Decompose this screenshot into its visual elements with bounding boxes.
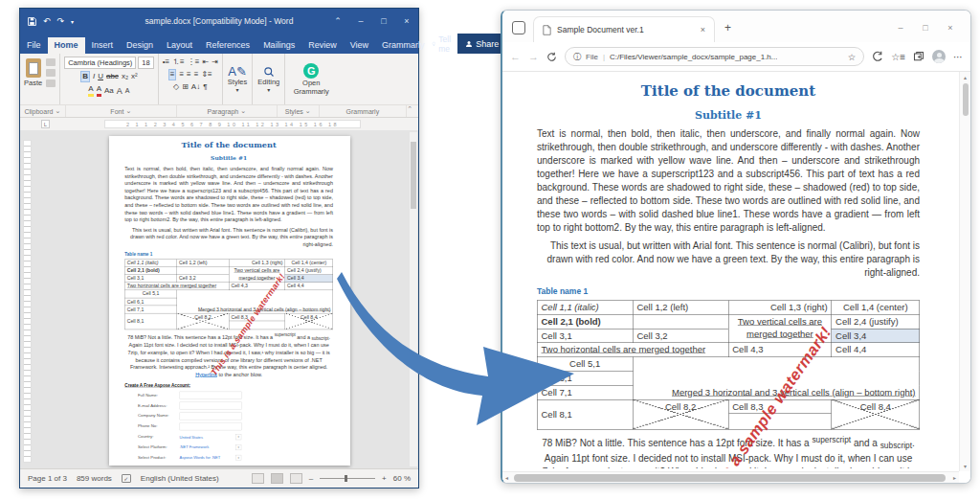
undo-icon[interactable]: ↶ (43, 16, 51, 26)
copy-icon[interactable] (46, 69, 56, 77)
tab-selector[interactable]: L (41, 120, 50, 128)
align-right-icon[interactable]: ≡ (187, 70, 191, 80)
font-size-select[interactable]: 18 (138, 57, 153, 69)
full-name-input[interactable] (179, 391, 241, 398)
decrease-indent-icon[interactable]: ⇤ (202, 57, 209, 67)
bullets-icon[interactable]: •≡ (163, 57, 169, 67)
page-indicator[interactable]: Page 1 of 3 (28, 474, 67, 483)
justify-icon[interactable]: ≡ (194, 70, 199, 80)
dialog-launcher-icon[interactable]: ⌄ (125, 107, 131, 115)
text-highlight-button[interactable]: A (88, 84, 93, 97)
collections-icon[interactable] (913, 51, 924, 62)
tab-insert[interactable]: Insert (85, 37, 121, 54)
product-select[interactable]: Aspose.Words for .NET (179, 455, 231, 461)
platform-select[interactable]: .NET Framework (179, 444, 231, 450)
sort-icon[interactable]: A↓ (191, 82, 200, 92)
italic-button[interactable]: I (93, 72, 95, 81)
align-center-icon[interactable]: ≡ (179, 70, 184, 80)
back-icon[interactable]: ← (510, 51, 521, 62)
scroll-down-icon[interactable]: ▾ (960, 463, 970, 469)
grow-font-button[interactable]: A (117, 86, 122, 96)
scroll-up-icon[interactable]: ▴ (960, 74, 970, 80)
zoom-slider-thumb[interactable] (345, 475, 347, 482)
browser-essentials-icon[interactable] (872, 51, 883, 62)
new-tab-button[interactable]: + (724, 21, 731, 34)
chevron-down-icon[interactable]: ▾ (235, 444, 241, 450)
increase-indent-icon[interactable]: ⇥ (212, 57, 218, 67)
refresh-icon[interactable] (546, 52, 557, 62)
browser-tab[interactable]: Sample Document ver.1 × (533, 16, 715, 42)
tab-grammarly[interactable]: Grammarly (375, 37, 432, 54)
line-spacing-icon[interactable]: ⇕≡ (201, 70, 212, 80)
chevron-down-icon[interactable]: ▾ (235, 434, 241, 440)
minimize-icon[interactable]: – (888, 23, 913, 33)
tab-home[interactable]: Home (48, 37, 85, 54)
minimize-icon[interactable]: – (349, 16, 372, 26)
close-icon[interactable]: × (395, 16, 418, 26)
word-scrollbar[interactable] (410, 132, 417, 466)
scroll-right-icon[interactable]: ▸ (953, 474, 956, 481)
forward-icon[interactable]: → (528, 51, 539, 62)
cut-icon[interactable] (46, 58, 56, 66)
format-painter-icon[interactable] (46, 80, 56, 87)
font-color-button[interactable]: A (97, 84, 101, 97)
maximize-icon[interactable]: □ (372, 16, 395, 26)
redo-icon[interactable]: ↷ (57, 16, 65, 26)
tab-mailings[interactable]: Mailings (256, 37, 301, 54)
customize-qat-icon[interactable]: ▾ (71, 18, 74, 25)
editing-button[interactable]: Editing ▾ (252, 54, 284, 104)
scrollbar-thumb[interactable] (514, 474, 946, 482)
font-name-select[interactable]: Cambria (Headings) (64, 57, 136, 69)
address-bar[interactable]: ⓘ File | C:/Files/Viewer/sample_docx/sam… (565, 47, 864, 66)
pilcrow-icon[interactable]: ¶ (203, 82, 207, 92)
zoom-in-button[interactable]: + (382, 474, 387, 483)
save-icon[interactable] (28, 17, 36, 26)
tab-design[interactable]: Design (120, 37, 160, 54)
tab-file[interactable]: File (20, 37, 48, 54)
tell-me-button[interactable]: Tell me (432, 34, 455, 54)
share-button[interactable]: Share (457, 34, 506, 54)
multilevel-list-icon[interactable]: ⋮≡ (188, 57, 200, 67)
dialog-launcher-icon[interactable]: ⌄ (305, 107, 311, 115)
change-case-button[interactable]: Aa (104, 86, 114, 96)
favorite-star-icon[interactable]: ☆ (848, 52, 857, 62)
collapse-ribbon-icon[interactable]: ⌃ (407, 105, 418, 117)
favorites-icon[interactable]: ☆≡ (891, 52, 905, 62)
styles-button[interactable]: A✎ Styles ▾ (223, 54, 252, 104)
paste-button[interactable]: Paste (24, 57, 42, 102)
close-icon[interactable]: × (938, 23, 963, 33)
ribbon-display-options-icon[interactable]: ⌃ (326, 16, 349, 26)
web-layout-icon[interactable] (290, 473, 302, 484)
rendered-document[interactable]: Title of the document Subtitle #1 Text i… (508, 74, 950, 468)
tab-layout[interactable]: Layout (160, 37, 199, 54)
info-icon[interactable]: ⓘ (573, 52, 581, 62)
profile-avatar[interactable] (932, 50, 946, 63)
settings-menu-icon[interactable]: ⋯ (953, 52, 963, 62)
print-layout-icon[interactable] (271, 473, 283, 484)
country-select[interactable]: United States (179, 434, 231, 440)
superscript-button[interactable]: x² (131, 72, 138, 81)
tab-actions-icon[interactable] (512, 21, 525, 34)
email-input[interactable] (179, 401, 241, 409)
numbering-icon[interactable]: ⒈≡ (172, 57, 185, 67)
vertical-ruler[interactable] (23, 140, 32, 463)
open-grammarly-button[interactable]: G Open Grammarly (284, 54, 337, 104)
horizontal-scrollbar[interactable]: ◂ ▸ (502, 471, 959, 483)
strikethrough-button[interactable]: abc (106, 72, 119, 81)
maximize-icon[interactable]: □ (913, 23, 938, 33)
scrollbar-thumb[interactable] (963, 83, 969, 116)
vertical-scrollbar[interactable]: ▴ ▾ (959, 72, 970, 471)
tab-review[interactable]: Review (301, 37, 344, 54)
subscript-button[interactable]: x₂ (122, 72, 128, 81)
borders-icon[interactable]: ⊞ (182, 82, 189, 92)
tab-close-icon[interactable]: × (701, 25, 705, 34)
language-indicator[interactable]: English (United States) (141, 474, 219, 483)
read-mode-icon[interactable] (252, 473, 264, 484)
scroll-left-icon[interactable]: ◂ (505, 474, 508, 481)
phone-input[interactable] (179, 422, 241, 430)
word-page[interactable]: Title of the document Subtitle #1 Text i… (109, 136, 350, 466)
tab-references[interactable]: References (199, 37, 256, 54)
dialog-launcher-icon[interactable]: ⌄ (55, 107, 60, 115)
horizontal-ruler[interactable]: 2 1 1 2 3 4 5 6 7 8 9 10 11 12 13 14 15 … (104, 120, 361, 128)
bold-button[interactable]: B (80, 71, 90, 82)
